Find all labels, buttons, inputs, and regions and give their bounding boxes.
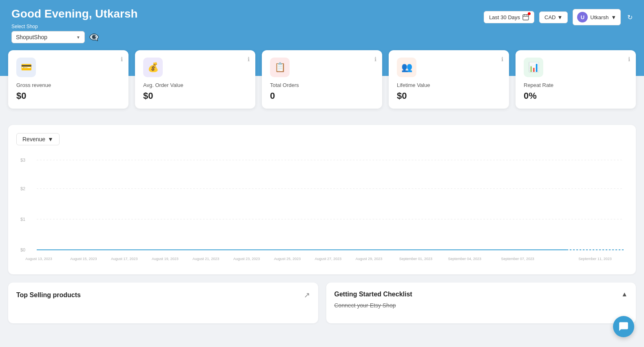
kpi-icon-lifetime-value: 👥 xyxy=(397,58,416,77)
svg-text:September 04, 2023: September 04, 2023 xyxy=(448,257,481,261)
kpi-value-repeat-rate: 0% xyxy=(524,91,628,101)
kpi-icon-gross-revenue: 💳 xyxy=(16,58,36,77)
header-controls: Last 30 Days CAD ▼ U xyxy=(484,9,633,25)
svg-text:August 15, 2023: August 15, 2023 xyxy=(70,257,97,261)
currency-button[interactable]: CAD ▼ xyxy=(539,11,568,23)
kpi-value-gross-revenue: $0 xyxy=(16,91,120,101)
info-icon-gross-revenue[interactable]: ℹ xyxy=(121,56,123,62)
kpi-value-avg-order: $0 xyxy=(143,91,247,101)
kpi-icon-total-orders: 📋 xyxy=(270,58,290,77)
chart-type-chevron-icon: ▼ xyxy=(48,136,53,142)
chat-icon xyxy=(618,321,629,331)
svg-text:August 23, 2023: August 23, 2023 xyxy=(233,257,260,261)
shop-name: ShoputShop xyxy=(16,34,47,40)
chart-type-label: Revenue xyxy=(22,136,45,142)
export-icon[interactable]: ↗ xyxy=(304,291,310,300)
user-avatar: U xyxy=(577,12,588,22)
svg-rect-3 xyxy=(527,14,527,16)
chart-header: Revenue ▼ xyxy=(16,133,628,145)
kpi-card-lifetime-value: ℹ 👥 Lifetime Value $0 xyxy=(389,50,509,109)
greeting-text: Good Evening, Utkarsh xyxy=(11,7,138,20)
calendar-badge xyxy=(528,12,531,15)
chart-area: $3 $2 $1 $0 August 13, 2023 August 15, 2… xyxy=(16,152,628,266)
kpi-icon-repeat-rate: 📊 xyxy=(524,58,543,77)
svg-text:August 27, 2023: August 27, 2023 xyxy=(315,257,341,261)
top-selling-header: Top Selling products ↗ xyxy=(16,291,310,300)
bottom-sections: Top Selling products ↗ Getting Started C… xyxy=(8,282,636,323)
kpi-icon-avg-order: 💰 xyxy=(143,58,163,77)
header-section: Good Evening, Utkarsh Select Shop Shoput… xyxy=(0,0,644,76)
kpi-card-avg-order: ℹ 💰 Avg. Order Value $0 xyxy=(135,50,255,109)
checklist-title-label: Getting Started Checklist xyxy=(334,291,412,298)
svg-text:September 11, 2023: September 11, 2023 xyxy=(578,257,611,261)
svg-text:August 17, 2023: August 17, 2023 xyxy=(111,257,137,261)
main-content: Revenue ▼ $3 $2 $1 $0 xyxy=(0,117,644,331)
svg-text:August 29, 2023: August 29, 2023 xyxy=(356,257,382,261)
info-icon-lifetime-value[interactable]: ℹ xyxy=(501,56,503,62)
chart-section: Revenue ▼ $3 $2 $1 $0 xyxy=(8,125,636,274)
kpi-value-lifetime-value: $0 xyxy=(397,91,501,101)
shop-dropdown[interactable]: ShoputShop ▼ xyxy=(11,31,85,43)
select-shop-label: Select Shop xyxy=(11,24,138,29)
svg-text:$3: $3 xyxy=(20,158,25,162)
kpi-card-gross-revenue: ℹ 💳 Gross revenue $0 xyxy=(8,50,128,109)
visibility-toggle-icon[interactable]: 👁‍🗨 xyxy=(89,32,99,42)
kpi-label-total-orders: Total Orders xyxy=(270,82,374,88)
user-name: Utkarsh xyxy=(590,14,609,20)
svg-text:$2: $2 xyxy=(20,186,25,191)
svg-text:August 21, 2023: August 21, 2023 xyxy=(193,257,219,261)
currency-label: CAD xyxy=(544,14,555,20)
info-icon-avg-order[interactable]: ℹ xyxy=(248,56,250,62)
kpi-label-lifetime-value: Lifetime Value xyxy=(397,82,501,88)
user-menu-button[interactable]: U Utkarsh ▼ xyxy=(573,9,621,25)
kpi-cards-container: ℹ 💳 Gross revenue $0 ℹ 💰 Avg. Order Valu… xyxy=(0,50,644,109)
kpi-label-gross-revenue: Gross revenue xyxy=(16,82,120,88)
currency-chevron-icon: ▼ xyxy=(557,14,562,20)
user-chevron-icon: ▼ xyxy=(611,14,616,20)
svg-text:$1: $1 xyxy=(20,217,25,222)
checklist-collapse-icon[interactable]: ▲ xyxy=(621,291,628,298)
svg-rect-2 xyxy=(524,14,525,16)
date-range-button[interactable]: Last 30 Days xyxy=(484,11,534,23)
svg-text:September 07, 2023: September 07, 2023 xyxy=(501,257,534,261)
date-range-label: Last 30 Days xyxy=(489,14,520,20)
svg-text:September 01, 2023: September 01, 2023 xyxy=(399,257,432,261)
kpi-card-total-orders: ℹ 📋 Total Orders 0 xyxy=(262,50,382,109)
info-icon-total-orders[interactable]: ℹ xyxy=(374,56,376,62)
calendar-icon-wrapper xyxy=(522,14,529,20)
chart-svg: $3 $2 $1 $0 August 13, 2023 August 15, 2… xyxy=(16,152,628,266)
checklist-item: Connect your Etsy Shop xyxy=(334,302,628,309)
shop-selector: ShoputShop ▼ 👁‍🗨 xyxy=(11,31,138,43)
kpi-value-total-orders: 0 xyxy=(270,91,374,101)
refresh-icon[interactable]: ↻ xyxy=(627,13,633,21)
svg-text:August 13, 2023: August 13, 2023 xyxy=(25,257,52,261)
svg-rect-0 xyxy=(523,15,529,20)
checklist-section: Getting Started Checklist ▲ Connect your… xyxy=(326,282,636,323)
kpi-label-repeat-rate: Repeat Rate xyxy=(524,82,628,88)
header-left: Good Evening, Utkarsh Select Shop Shoput… xyxy=(11,7,138,43)
kpi-card-repeat-rate: ℹ 📊 Repeat Rate 0% xyxy=(516,50,636,109)
svg-text:$0: $0 xyxy=(20,247,25,252)
top-selling-section: Top Selling products ↗ xyxy=(8,282,318,323)
chart-type-button[interactable]: Revenue ▼ xyxy=(16,133,60,145)
kpi-label-avg-order: Avg. Order Value xyxy=(143,82,247,88)
chevron-down-icon: ▼ xyxy=(76,35,80,40)
svg-text:August 19, 2023: August 19, 2023 xyxy=(152,257,178,261)
top-selling-title: Top Selling products xyxy=(16,291,81,299)
info-icon-repeat-rate[interactable]: ℹ xyxy=(628,56,630,62)
svg-text:August 25, 2023: August 25, 2023 xyxy=(274,257,301,261)
checklist-header: Getting Started Checklist ▲ xyxy=(334,291,628,298)
